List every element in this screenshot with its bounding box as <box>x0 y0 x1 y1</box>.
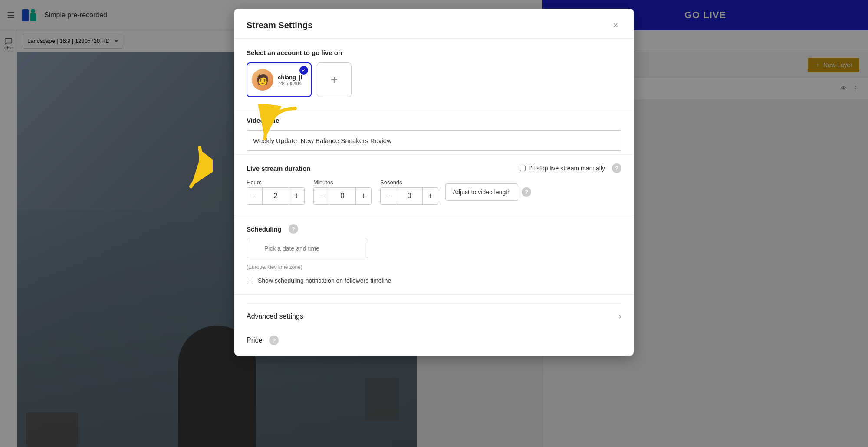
date-picker-wrapper: 🕐 <box>247 239 368 261</box>
duration-header: Live stream duration I'll stop live stre… <box>247 163 621 173</box>
divider-3 <box>234 215 634 215</box>
modal-overlay: Stream Settings × Select an account to g… <box>0 0 868 447</box>
price-help-icon[interactable]: ? <box>269 336 279 345</box>
price-label: Price <box>247 336 262 344</box>
manual-stop-help-icon[interactable]: ? <box>612 163 621 173</box>
manual-stop-row: I'll stop live stream manually ? <box>520 163 621 173</box>
divider-1 <box>234 108 634 108</box>
seconds-label: Seconds <box>380 179 438 186</box>
minutes-spinner: − + <box>313 187 372 205</box>
account-check-icon: ✓ <box>299 66 308 75</box>
seconds-group: Seconds − + <box>380 179 438 205</box>
notification-label: Show scheduling notification on follower… <box>258 277 391 284</box>
select-account-label: Select an account to go live on <box>247 49 621 56</box>
minutes-input[interactable] <box>329 187 355 205</box>
account-name: chiang_ji <box>278 74 306 81</box>
duration-controls: Hours − + Minutes − + <box>247 179 621 205</box>
adjust-to-video-length-button[interactable]: Adjust to video length <box>445 183 518 201</box>
account-card-chiang-ji[interactable]: 🧑 chiang_ji 744585484 ✓ <box>247 62 312 97</box>
advanced-settings-row[interactable]: Advanced settings › <box>247 303 621 329</box>
notification-row: Show scheduling notification on follower… <box>247 277 621 284</box>
account-info: chiang_ji 744585484 <box>278 74 306 86</box>
seconds-spinner: − + <box>380 187 438 205</box>
date-picker-input[interactable] <box>247 239 368 258</box>
account-avatar: 🧑 <box>252 69 273 91</box>
hours-group: Hours − + <box>247 179 305 205</box>
scheduling-header: Scheduling ? <box>247 224 621 234</box>
modal-header: Stream Settings × <box>234 9 634 39</box>
account-selection: 🧑 chiang_ji 744585484 ✓ + <box>247 62 621 97</box>
modal-close-button[interactable]: × <box>609 19 621 31</box>
chevron-right-icon: › <box>619 312 621 321</box>
yellow-arrow-2 <box>169 143 213 191</box>
duration-label: Live stream duration <box>247 165 311 172</box>
modal-body: Select an account to go live on 🧑 chiang… <box>234 39 634 356</box>
notification-checkbox[interactable] <box>247 277 253 284</box>
duration-help-icon[interactable]: ? <box>522 187 531 197</box>
stream-settings-modal: Stream Settings × Select an account to g… <box>234 9 634 356</box>
modal-title: Stream Settings <box>247 20 312 30</box>
hours-label: Hours <box>247 179 305 186</box>
manual-stop-label: I'll stop live stream manually <box>529 165 605 172</box>
scheduling-help-icon[interactable]: ? <box>289 224 298 234</box>
minutes-group: Minutes − + <box>313 179 372 205</box>
minutes-increment-button[interactable]: + <box>355 187 371 205</box>
minutes-decrement-button[interactable]: − <box>314 187 329 205</box>
hours-input[interactable] <box>263 187 289 205</box>
minutes-label: Minutes <box>313 179 372 186</box>
add-account-button[interactable]: + <box>317 62 352 97</box>
hours-increment-button[interactable]: + <box>289 187 304 205</box>
timezone-text: (Europe/Kiev time zone) <box>247 264 621 270</box>
hours-decrement-button[interactable]: − <box>247 187 263 205</box>
divider-2 <box>234 154 634 155</box>
scheduling-label: Scheduling <box>247 225 282 233</box>
account-id: 744585484 <box>278 81 306 86</box>
price-row: Price ? <box>247 329 621 345</box>
seconds-increment-button[interactable]: + <box>422 187 438 205</box>
video-title-input[interactable] <box>247 130 621 151</box>
seconds-decrement-button[interactable]: − <box>381 187 396 205</box>
video-title-label: Video Title <box>247 117 621 124</box>
manual-stop-checkbox[interactable] <box>520 166 526 171</box>
hours-spinner: − + <box>247 187 305 205</box>
advanced-settings-label: Advanced settings <box>247 313 303 320</box>
divider-4 <box>234 294 634 295</box>
seconds-input[interactable] <box>396 187 422 205</box>
